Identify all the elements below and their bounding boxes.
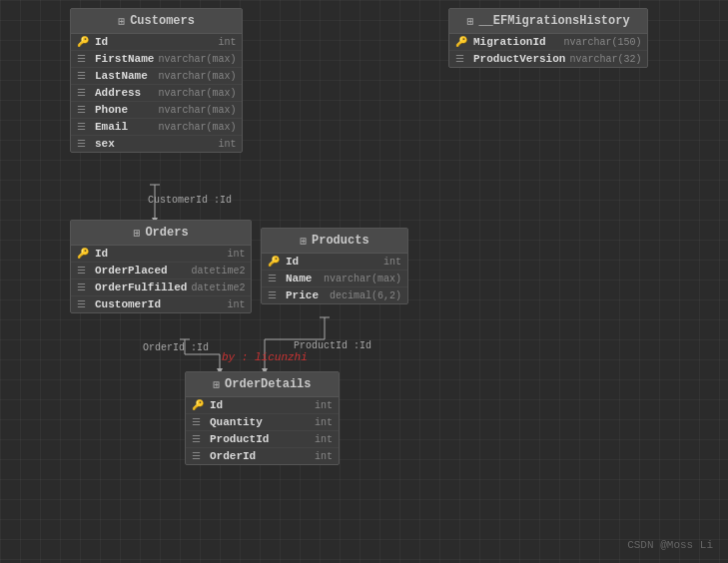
field-type: int bbox=[383, 257, 401, 268]
table-row: ☰ FirstName nvarchar(max) bbox=[71, 51, 242, 68]
efmigrations-table-title: __EFMigrationsHistory bbox=[478, 14, 629, 28]
field-icon: ☰ bbox=[77, 70, 91, 82]
table-row: ☰ CustomerId int bbox=[71, 296, 251, 312]
field-icon: ☰ bbox=[192, 450, 206, 462]
field-name: Quantity bbox=[210, 416, 311, 428]
table-row: ☰ Address nvarchar(max) bbox=[71, 85, 242, 102]
table-row: ☰ Email nvarchar(max) bbox=[71, 119, 242, 136]
field-name: OrderPlaced bbox=[95, 265, 187, 277]
table-row: ☰ Quantity int bbox=[186, 414, 339, 431]
table-row: ☰ Name nvarchar(max) bbox=[262, 271, 407, 287]
watermark-text: CSDN @Moss Li bbox=[627, 539, 713, 551]
field-icon: ☰ bbox=[268, 289, 282, 301]
field-type: int bbox=[315, 400, 333, 411]
field-name: Address bbox=[95, 87, 154, 99]
field-type: nvarchar(max) bbox=[158, 71, 236, 82]
field-icon: ☰ bbox=[77, 104, 91, 116]
field-type: int bbox=[218, 139, 236, 150]
field-type: int bbox=[315, 451, 333, 462]
field-name: Id bbox=[210, 399, 311, 411]
field-icon: ☰ bbox=[77, 121, 91, 133]
field-type: int bbox=[227, 249, 245, 260]
field-name: sex bbox=[95, 138, 214, 150]
product-id-relation-label: ProductId :Id bbox=[294, 340, 371, 351]
field-type: nvarchar(32) bbox=[569, 54, 641, 65]
table-row: 🔑 MigrationId nvarchar(150) bbox=[449, 34, 647, 51]
orders-table-title: Orders bbox=[145, 226, 188, 240]
field-icon: ☰ bbox=[77, 298, 91, 310]
field-type: nvarchar(max) bbox=[158, 105, 236, 116]
table-row: ☰ ProductId int bbox=[186, 431, 339, 448]
table-grid-icon: ⊞ bbox=[213, 378, 220, 391]
field-type: datetime2 bbox=[191, 266, 245, 277]
field-name: ProductVersion bbox=[473, 53, 565, 65]
field-type: int bbox=[218, 37, 236, 48]
customers-table: ⊞ Customers 🔑 Id int ☰ FirstName nvarcha… bbox=[70, 8, 243, 153]
field-name: MigrationId bbox=[473, 36, 559, 48]
field-name: LastName bbox=[95, 70, 154, 82]
table-row: ☰ LastName nvarchar(max) bbox=[71, 68, 242, 85]
field-icon: ☰ bbox=[192, 416, 206, 428]
field-name: Email bbox=[95, 121, 154, 133]
table-row: ☰ OrderPlaced datetime2 bbox=[71, 263, 251, 280]
watermark-by-label: by : licunzhi bbox=[222, 351, 308, 363]
field-name: OrderId bbox=[210, 450, 311, 462]
field-icon: ☰ bbox=[77, 282, 91, 293]
field-icon: ☰ bbox=[192, 433, 206, 445]
key-icon: 🔑 bbox=[77, 36, 91, 48]
field-type: nvarchar(max) bbox=[158, 122, 236, 133]
table-row: ☰ Phone nvarchar(max) bbox=[71, 102, 242, 119]
field-icon: ☰ bbox=[455, 53, 469, 65]
field-name: FirstName bbox=[95, 53, 154, 65]
table-row: 🔑 Id int bbox=[262, 254, 407, 271]
table-row: 🔑 Id int bbox=[186, 397, 339, 414]
field-icon: ☰ bbox=[77, 87, 91, 99]
products-table-header: ⊞ Products bbox=[262, 229, 407, 254]
orderdetails-table-header: ⊞ OrderDetails bbox=[186, 372, 339, 397]
field-name: ProductId bbox=[210, 433, 311, 445]
table-row: ☰ sex int bbox=[71, 136, 242, 152]
table-grid-icon: ⊞ bbox=[467, 15, 474, 28]
field-name: Id bbox=[95, 36, 214, 48]
customers-table-title: Customers bbox=[130, 14, 195, 28]
table-grid-icon: ⊞ bbox=[300, 235, 307, 248]
field-icon: ☰ bbox=[77, 265, 91, 277]
table-row: 🔑 Id int bbox=[71, 246, 251, 263]
field-name: Name bbox=[286, 273, 320, 284]
efmigrations-table-header: ⊞ __EFMigrationsHistory bbox=[449, 9, 647, 34]
orders-table: ⊞ Orders 🔑 Id int ☰ OrderPlaced datetime… bbox=[70, 220, 252, 313]
field-type: int bbox=[315, 417, 333, 428]
field-type: int bbox=[315, 434, 333, 445]
key-icon: 🔑 bbox=[77, 248, 91, 260]
products-table-title: Products bbox=[312, 234, 369, 248]
efmigrations-table: ⊞ __EFMigrationsHistory 🔑 MigrationId nv… bbox=[448, 8, 648, 68]
table-row: ☰ OrderFulfilled datetime2 bbox=[71, 280, 251, 296]
field-type: int bbox=[227, 299, 245, 310]
key-icon: 🔑 bbox=[192, 399, 206, 411]
field-name: OrderFulfilled bbox=[95, 282, 187, 293]
table-grid-icon: ⊞ bbox=[119, 15, 126, 28]
orders-table-header: ⊞ Orders bbox=[71, 221, 251, 246]
orderdetails-table-title: OrderDetails bbox=[225, 377, 311, 391]
customer-id-relation-label: CustomerId :Id bbox=[148, 195, 232, 206]
table-row: ☰ Price decimal(6,2) bbox=[262, 287, 407, 303]
field-type: decimal(6,2) bbox=[330, 290, 401, 301]
order-id-relation-label: OrderId :Id bbox=[143, 342, 209, 353]
field-name: CustomerId bbox=[95, 298, 223, 310]
field-name: Phone bbox=[95, 104, 154, 116]
table-row: 🔑 Id int bbox=[71, 34, 242, 51]
field-name: Price bbox=[286, 289, 326, 301]
products-table: ⊞ Products 🔑 Id int ☰ Name nvarchar(max)… bbox=[261, 228, 408, 304]
customers-table-header: ⊞ Customers bbox=[71, 9, 242, 34]
field-type: nvarchar(max) bbox=[158, 88, 236, 99]
key-icon: 🔑 bbox=[455, 36, 469, 48]
field-type: nvarchar(max) bbox=[324, 274, 401, 284]
field-name: Id bbox=[286, 256, 379, 268]
field-name: Id bbox=[95, 248, 223, 260]
field-type: nvarchar(150) bbox=[563, 37, 641, 48]
field-icon: ☰ bbox=[268, 273, 282, 284]
table-row: ☰ ProductVersion nvarchar(32) bbox=[449, 51, 647, 67]
key-icon: 🔑 bbox=[268, 256, 282, 268]
field-icon: ☰ bbox=[77, 53, 91, 65]
field-icon: ☰ bbox=[77, 138, 91, 150]
